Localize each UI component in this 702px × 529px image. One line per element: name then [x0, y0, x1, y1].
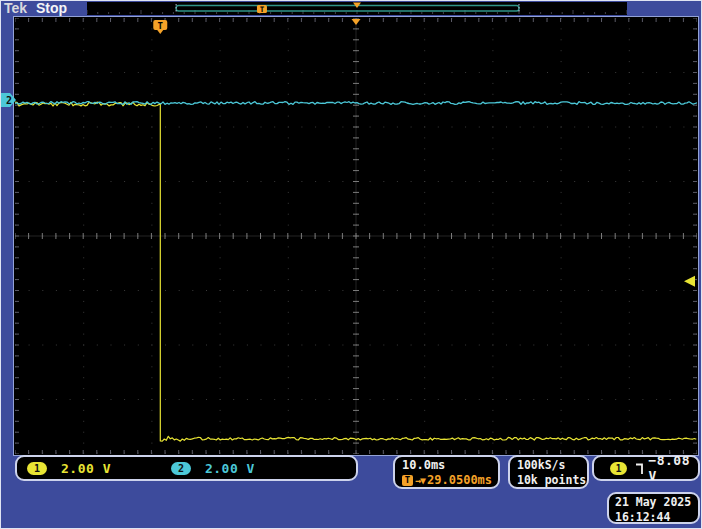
graticule-area: T — [13, 16, 699, 456]
trigger-flag-icon: T — [402, 475, 413, 486]
sample-rate: 100kS/s — [517, 458, 587, 473]
acquisition-status: Stop — [36, 0, 67, 16]
channel2-ground-marker: 2 — [1, 93, 17, 108]
delay-arrows-icon: →▼ — [415, 473, 425, 488]
channel2-marker-label: 2 — [6, 95, 12, 106]
acquisition-readout: 100kS/s 10k points — [508, 455, 589, 489]
trigger-source-badge: 1 — [610, 462, 627, 475]
svg-text:T: T — [260, 5, 265, 14]
channel1-badge: 1 — [27, 462, 47, 475]
trigger-delay-value: 29.0500ms — [427, 473, 492, 488]
record-trigger-marker: T — [257, 5, 267, 14]
trigger-level-value: −8.08 V — [648, 453, 698, 483]
record-length: 10k points — [517, 473, 587, 488]
timebase-scale: 10.0ms — [402, 458, 498, 473]
graticule-svg: T — [15, 18, 697, 454]
datetime-readout: 21 May 2025 16:12:44 — [607, 492, 700, 524]
channel1-scale: 2.00 V — [61, 461, 111, 476]
expansion-point-marker — [352, 19, 361, 25]
tek-logo: Tek — [4, 0, 27, 16]
channel2-scale: 2.00 V — [205, 461, 255, 476]
trigger-position-marker: T — [153, 20, 167, 34]
timebase-readout: 10.0ms T →▼ 29.0500ms — [393, 455, 500, 489]
trigger-t-glyph: T — [158, 21, 164, 31]
channel2-badge: 2 — [171, 462, 191, 475]
oscilloscope-screen: Tek Stop T T 2 1 2.00 V 2 2.00 V 10.0ms … — [0, 0, 702, 529]
time-text: 16:12:44 — [615, 510, 698, 525]
date-text: 21 May 2025 — [615, 495, 698, 510]
trigger-readout: 1 −8.08 V — [592, 455, 700, 481]
channel-scale-readouts: 1 2.00 V 2 2.00 V — [15, 455, 358, 481]
trigger-delay-line: T →▼ 29.0500ms — [402, 473, 498, 488]
trigger-level-marker — [684, 276, 695, 287]
falling-edge-icon — [635, 461, 644, 476]
record-view-bar: T — [87, 2, 627, 15]
